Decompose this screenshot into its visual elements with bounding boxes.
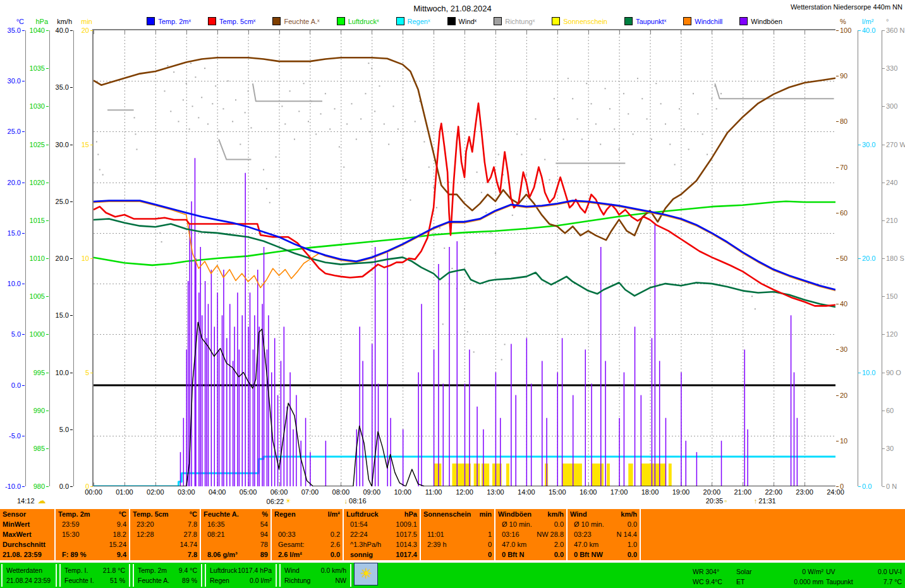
page-title: Mittwoch, 21.08.2024 xyxy=(0,4,905,13)
tick-mark xyxy=(858,258,861,259)
summary-col-wind: Windkm/hØ 10 min.0.003:23N 14.447.0 km1.… xyxy=(568,509,641,560)
status-label: Temp. 2m xyxy=(138,565,167,575)
temp-5cm-legend-swatch-icon xyxy=(208,17,216,25)
c-tick-label: 5.0 xyxy=(11,331,21,338)
summary-cell-row: sonnig1017.4 xyxy=(346,550,417,560)
pct-tick-label: 20 xyxy=(840,392,847,399)
summary-cell-text: 03:23 xyxy=(570,530,592,540)
hpa-tick-label: 1040 xyxy=(30,27,45,34)
tick-mark xyxy=(858,30,861,31)
summary-cell-text: 47.0 km xyxy=(498,540,526,550)
kmh-tick-label: 20.0 xyxy=(56,255,69,262)
summary-cell-value: 94 xyxy=(260,530,268,540)
sunmin-tick-label: 5 xyxy=(85,369,89,376)
summary-cell-text: 11:01 xyxy=(423,530,444,540)
legend-label: Richtungˣ xyxy=(505,18,535,25)
tick-mark xyxy=(22,486,25,487)
kmh-tick-label: 30.0 xyxy=(56,141,69,148)
status-label: Richtung xyxy=(284,575,310,585)
taupunkt-legend-swatch-icon xyxy=(624,17,633,25)
windchill-legend-swatch-icon xyxy=(683,17,691,25)
tick-mark xyxy=(858,373,861,373)
summary-col-unit: hPa xyxy=(404,510,417,520)
summary-cell-value: 1017.5 xyxy=(396,530,417,540)
summary-cell-value: 1009.1 xyxy=(396,520,417,530)
x-tick-label: 16:00 xyxy=(580,488,597,496)
summary-col-header: Regen xyxy=(274,510,296,520)
summary-cell-row: 08:2194 xyxy=(203,530,268,540)
summary-cell-row: F: 89 %9.4 xyxy=(58,550,126,560)
tick-mark xyxy=(22,183,25,183)
summary-cell-text xyxy=(133,550,137,560)
tick-mark xyxy=(858,145,861,145)
summary-cell-text xyxy=(423,520,427,530)
deg-tick-label: 90 O xyxy=(886,369,901,376)
tick-mark xyxy=(882,68,885,69)
legend-item-sonnenschein: Sonnenschein xyxy=(552,17,607,25)
tick-mark xyxy=(70,258,73,259)
status-cell-uv-taupunkt: UV0.0 UV-ITaupunkt7.7 °C xyxy=(826,565,902,588)
status-bar: Wetterdaten21.08.24 23:59Temp. I.21.8 °C… xyxy=(0,561,905,588)
weather-app-window: Mittwoch, 21.08.2024 Wetterstation Niede… xyxy=(0,0,905,588)
status-line: UV0.0 UV-I xyxy=(826,567,902,577)
summary-cell-row: 0 Bft N0.0 xyxy=(498,550,564,560)
hpa-tick-label: 1000 xyxy=(30,331,45,338)
day-length-value: 14:12 xyxy=(17,497,35,505)
summary-cell-row: 22:241017.5 xyxy=(346,530,417,540)
summary-cell-value: 0.2 xyxy=(331,530,340,540)
deg-tick-label: 330 xyxy=(886,65,897,72)
tick-mark xyxy=(70,486,73,487)
hpa-tick-label: 1020 xyxy=(30,179,45,186)
summary-col-header: Wind xyxy=(570,510,587,520)
status-label: Luftdruck xyxy=(210,565,237,575)
summary-cell-row: 15.24 xyxy=(58,540,126,550)
hpa-tick-label: 1030 xyxy=(30,103,45,110)
hpa-tick-label: 1005 xyxy=(30,293,45,300)
deg-tick-label: 60 xyxy=(886,407,894,414)
status-line: Luftdruck1017.4 hPa xyxy=(210,565,272,575)
status-line: Feuchte A.89 % xyxy=(138,575,197,585)
summary-col-temp-2m: Temp. 2m°C23:599.415:3018.215.24F: 89 %9… xyxy=(56,509,130,560)
tick-mark xyxy=(882,373,885,373)
summary-cell-row: 03:16NW 28.8 xyxy=(498,530,564,540)
summary-cell-row: 16:3554 xyxy=(203,520,268,530)
summary-cell-row: 14.74 xyxy=(133,540,197,550)
status-cell-druck-regen: Luftdruck1017.4 hPaRegen0.0 l/m² xyxy=(205,564,277,587)
deg-tick-label: 120 xyxy=(886,331,897,338)
summary-col-header: Sonnenschein xyxy=(423,510,471,520)
tick-mark xyxy=(46,68,49,69)
sonnenschein-legend-swatch-icon xyxy=(552,17,560,25)
summary-cell-row: 00:330.2 xyxy=(274,530,340,540)
tick-mark xyxy=(70,30,73,31)
tick-mark xyxy=(836,258,839,259)
lm2-tick-label: 30.0 xyxy=(862,141,875,148)
tick-mark xyxy=(70,373,73,373)
x-tick-label: 24:00 xyxy=(827,488,844,496)
summary-cell-row: 12:2827.8 xyxy=(133,530,197,540)
x-tick-label: 10:00 xyxy=(394,488,411,496)
tick-mark xyxy=(46,373,49,373)
hpa-tick-label: 1035 xyxy=(30,65,45,72)
tick-mark xyxy=(882,145,885,145)
status-label: Temp. I. xyxy=(64,565,88,575)
summary-filler xyxy=(641,509,905,560)
summary-cell-row: 8.06 g/m³89 xyxy=(203,550,268,560)
summary-col-header: Feuchte A. xyxy=(203,510,239,520)
tick-mark xyxy=(836,167,839,168)
summary-cell-row: 15:3018.2 xyxy=(58,530,126,540)
tick-mark xyxy=(836,304,839,304)
status-cell-solar-et: Solar0 W/m²ET0.000 mm xyxy=(736,565,823,588)
summary-col-unit: °C xyxy=(190,510,197,520)
x-tick-label: 19:00 xyxy=(672,488,690,496)
summary-cell-text xyxy=(274,520,278,530)
summary-cell-text: 47.0 km xyxy=(570,540,598,550)
legend-label: Windböen xyxy=(751,18,782,25)
status-label: Wind xyxy=(284,565,300,575)
legend-label: Windchill xyxy=(695,18,722,25)
kmh-tick-label: 10.0 xyxy=(56,369,69,376)
summary-col-header: Temp. 5cm xyxy=(133,510,169,520)
summary-cell-value: 0 xyxy=(488,540,492,550)
summary-cell-row: ^1.3hPa/h1014.3 xyxy=(346,540,417,550)
tick-mark xyxy=(70,145,73,145)
tick-mark xyxy=(858,486,861,487)
